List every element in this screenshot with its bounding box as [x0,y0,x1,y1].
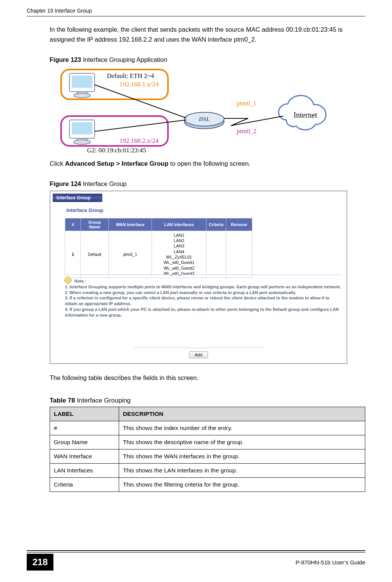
ss-lan-item: WL_wl0_Guest1 [164,260,195,265]
desc-cell-label: # [50,421,119,435]
ss-interface-table: # Group Name WAN Interface LAN Interface… [65,218,252,278]
ss-lan-item: LAN2 [174,238,184,243]
desc-th-desc: DESCRIPTION [119,407,365,421]
ss-lan-item: LAN4 [174,249,184,254]
figure-124-title: Interface Group [81,180,127,187]
table-row: Criteria This shows the filtering criter… [50,477,365,491]
link-default-router [95,85,186,118]
desc-cell-desc: This shows the index number of the entry… [119,421,365,435]
svg-text:DSL: DSL [198,116,210,122]
svg-point-3 [74,93,90,98]
desc-cell-desc: This shows the LAN interfaces in the gro… [119,463,365,477]
ss-note-4: 4. If you group a LAN port which your PC… [65,307,342,318]
ss-cell-remove [226,231,252,278]
link-router-internet [224,116,283,126]
desc-cell-desc: This shows the descriptive name of the g… [119,435,365,449]
ss-th-criteria: Criteria [206,218,226,231]
page-footer: 218 P-870HN-51b User’s Guide [0,550,392,571]
ss-lan-item: WL_ZyXEL01 [166,255,192,259]
footer-rule-top [27,550,365,553]
ss-add-row: Add [50,349,347,359]
ss-cell-num: 1 [65,231,81,278]
ss-note-2: 2. When creating a new group, you can se… [65,290,342,296]
ss-lan-item: LAN1 [174,233,184,238]
desc-cell-desc: This shows the filtering criteria for th… [119,477,365,491]
table-78-title: Interface Grouping [75,397,131,404]
page: Chapter 19 Interface Group In the follow… [0,0,392,582]
desc-cell-label: WAN Interface [50,449,119,463]
table-row: Group Name This shows the descriptive na… [50,435,365,449]
default-group-label: Default: ETH 2~4 [107,72,154,79]
default-subnet-label: 192.168.1.x/24 [119,81,159,88]
desc-table: LABEL DESCRIPTION # This shows the index… [50,407,365,492]
svg-rect-1 [72,76,92,88]
ptm0-1-label: ptm0_1 [237,100,256,107]
ss-note-3: 3. If a criterion is configured for a sp… [65,295,342,307]
ss-cell-group: Default [81,231,109,278]
table-row: # This shows the index number of the ent… [50,421,365,435]
desc-cell-label: Criteria [50,477,119,491]
click-prefix: Click [50,160,65,167]
ss-lan-item: LAN3 [174,244,184,248]
click-suffix: to open the following screen. [168,160,250,167]
ss-th-wan: WAN Interface [109,218,152,231]
desc-cell-label: Group Name [50,435,119,449]
figure-124-screenshot: Interface Group Interface Group # Group … [50,191,347,364]
monitor-icon-bottom [69,120,95,144]
ss-th-num: # [65,218,81,231]
ss-th-group: Group Name [81,218,109,231]
internet-label: Internet [294,111,318,119]
click-bold: Advanced Setup > Interface Group [65,160,168,167]
desc-cell-label: LAN Interfaces [50,463,119,477]
table-intro-paragraph: The following table describes the fields… [50,373,365,383]
svg-rect-5 [72,122,92,134]
note-icon [64,276,73,285]
svg-point-7 [74,140,90,144]
ss-note-block: Note : 1. Interface Grouping supports mu… [65,275,342,318]
ss-th-lan: LAN Interfaces [152,218,206,231]
table-row: LAN Interfaces This shows the LAN interf… [50,463,365,477]
ss-cell-wan: ptm0_1 [109,231,152,278]
page-number: 218 [27,554,53,571]
figure-123-number: Figure 123 [50,56,81,63]
ss-table-row: 1 Default ptm0_1 LAN1 LAN2 LAN3 LAN4 WL_… [65,231,252,278]
table-row: WAN Interface This shows the WAN interfa… [50,449,365,463]
ss-note-1: 1. Interface Grouping supports multiple … [65,284,342,290]
figure-124-number: Figure 124 [50,180,81,187]
figure-124-caption: Figure 124 Interface Group [50,179,365,189]
ptm0-2-label: ptm0_2 [237,128,256,135]
ss-title-bar: Interface Group [53,194,102,202]
table-78-number: Table 78 [50,397,75,404]
table-78-caption: Table 78 Interface Grouping [50,396,365,406]
ss-divider [134,348,263,348]
desc-th-label: LABEL [50,407,119,421]
footer-guide-title: P-870HN-51b User’s Guide [295,559,365,566]
link-g2-router [95,120,186,131]
monitor-icon-top [69,73,95,98]
figure-123-title: Interface Grouping Application [81,56,168,63]
g2-group-label: G2: 00:19:cb:01:23:45 [87,147,146,154]
ss-section-title: Interface Group [66,207,103,213]
ss-cell-lan: LAN1 LAN2 LAN3 LAN4 WL_ZyXEL01 WL_wl0_Gu… [152,231,206,278]
figure-123-diagram: DSL Internet Default: ETH 2~4 192.168.1.… [50,66,332,157]
figure-123-caption: Figure 123 Interface Grouping Applicatio… [50,55,365,65]
intro-paragraph: In the following example, the client tha… [50,25,365,44]
body: In the following example, the client tha… [27,16,365,492]
add-button[interactable]: Add [189,351,208,358]
ss-lan-list: LAN1 LAN2 LAN3 LAN4 WL_ZyXEL01 WL_wl0_Gu… [164,233,195,276]
click-paragraph: Click Advanced Setup > Interface Group t… [50,159,365,169]
desc-cell-desc: This shows the WAN interfaces in the gro… [119,449,365,463]
ss-cell-criteria [206,231,226,278]
g2-subnet-label: 192.168.2.x/24 [119,137,159,144]
ss-note-label: Note : [74,279,86,283]
ss-lan-item: WL_wl0_Guest2 [164,266,195,270]
dsl-router-icon: DSL [184,112,224,129]
running-header: Chapter 19 Interface Group [27,8,365,16]
ss-th-remove: Remove [226,218,252,231]
internet-cloud-icon: Internet [279,95,326,130]
